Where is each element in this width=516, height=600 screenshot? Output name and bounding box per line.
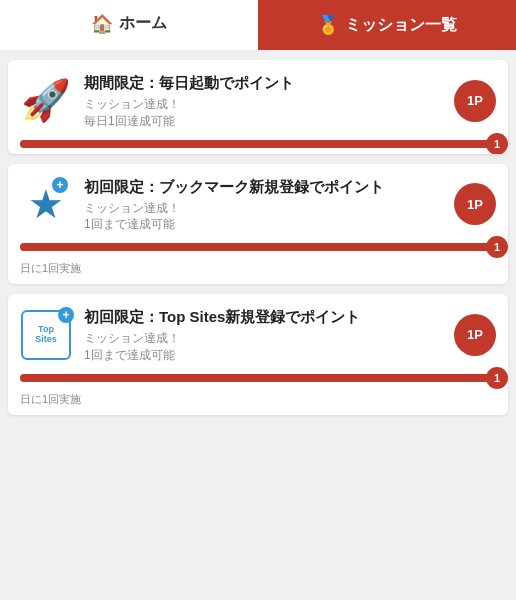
mission-icon-2: ★ + — [20, 178, 72, 230]
mission-progress-3: 1 — [8, 374, 508, 388]
mission-title-3: 初回限定：Top Sites新規登録でポイント — [84, 306, 442, 327]
progress-badge-2: 1 — [486, 236, 508, 258]
tab-missions-label: ミッション一覧 — [345, 15, 457, 36]
mission-sub1-2: ミッション達成！ 1回まで達成可能 — [84, 200, 442, 234]
top-sites-icon: Top Sites + — [21, 310, 71, 360]
home-icon: 🏠 — [91, 13, 113, 35]
mission-list: 🚀 期間限定：毎日起動でポイント ミッション達成！ 毎日1回達成可能 1P 1 — [0, 50, 516, 435]
progress-fill-3: 1 — [20, 374, 496, 382]
mission-progress-1: 1 — [8, 140, 508, 154]
mission-points-3: 1P — [454, 314, 496, 356]
mission-body-3: Top Sites + 初回限定：Top Sites新規登録でポイント ミッショ… — [8, 294, 508, 374]
progress-track-2: 1 — [20, 243, 496, 251]
mission-card-2: ★ + 初回限定：ブックマーク新規登録でポイント ミッション達成！ 1回まで達成… — [8, 164, 508, 285]
mission-card-1: 🚀 期間限定：毎日起動でポイント ミッション達成！ 毎日1回達成可能 1P 1 — [8, 60, 508, 154]
tab-home[interactable]: 🏠 ホーム — [0, 0, 258, 50]
tab-missions[interactable]: 🏅 ミッション一覧 — [258, 0, 516, 50]
progress-badge-3: 1 — [486, 367, 508, 389]
mission-sub1-3: ミッション達成！ 1回まで達成可能 — [84, 330, 442, 364]
progress-track-1: 1 — [20, 140, 496, 148]
mission-card-3: Top Sites + 初回限定：Top Sites新規登録でポイント ミッショ… — [8, 294, 508, 415]
mission-text-3: 初回限定：Top Sites新規登録でポイント ミッション達成！ 1回まで達成可… — [84, 306, 442, 364]
mission-title-2: 初回限定：ブックマーク新規登録でポイント — [84, 176, 442, 197]
top-sites-plus-badge: + — [58, 307, 74, 323]
mission-progress-2: 1 — [8, 243, 508, 257]
mission-footer-3: 日に1回実施 — [8, 388, 508, 415]
mission-sub1-1: ミッション達成！ 毎日1回達成可能 — [84, 96, 442, 130]
mission-icon-1: 🚀 — [20, 75, 72, 127]
mission-points-1: 1P — [454, 80, 496, 122]
mission-text-2: 初回限定：ブックマーク新規登録でポイント ミッション達成！ 1回まで達成可能 — [84, 176, 442, 234]
progress-fill-1: 1 — [20, 140, 496, 148]
rocket-icon: 🚀 — [21, 77, 71, 124]
progress-fill-2: 1 — [20, 243, 496, 251]
mission-footer-2: 日に1回実施 — [8, 257, 508, 284]
mission-title-1: 期間限定：毎日起動でポイント — [84, 72, 442, 93]
mission-body-1: 🚀 期間限定：毎日起動でポイント ミッション達成！ 毎日1回達成可能 1P — [8, 60, 508, 140]
top-sites-label-sites: Sites — [35, 335, 57, 345]
mission-text-1: 期間限定：毎日起動でポイント ミッション達成！ 毎日1回達成可能 — [84, 72, 442, 130]
medal-icon: 🏅 — [317, 14, 339, 36]
star-wrap: ★ + — [28, 181, 64, 227]
mission-points-2: 1P — [454, 183, 496, 225]
progress-track-3: 1 — [20, 374, 496, 382]
tab-home-label: ホーム — [119, 13, 167, 34]
tab-bar: 🏠 ホーム 🏅 ミッション一覧 — [0, 0, 516, 50]
mission-icon-3: Top Sites + — [20, 309, 72, 361]
star-plus-badge: + — [52, 177, 68, 193]
progress-badge-1: 1 — [486, 133, 508, 154]
mission-body-2: ★ + 初回限定：ブックマーク新規登録でポイント ミッション達成！ 1回まで達成… — [8, 164, 508, 244]
